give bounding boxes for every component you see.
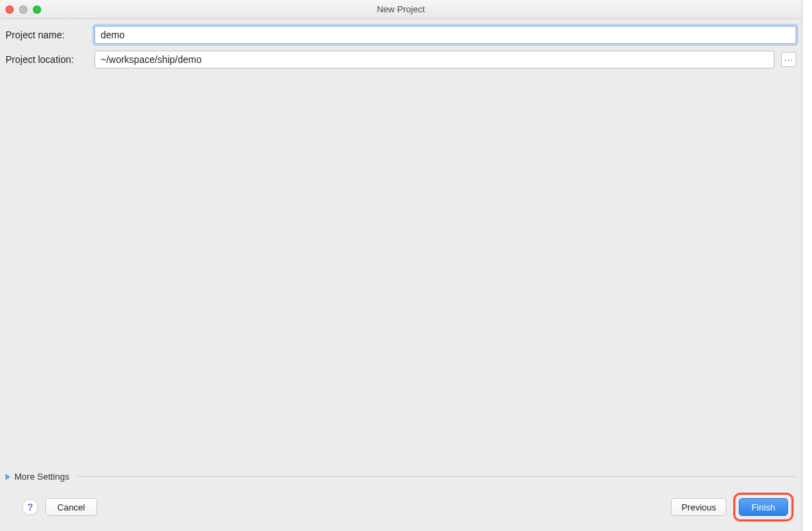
finish-button[interactable]: Finish	[739, 498, 788, 516]
cancel-button[interactable]: Cancel	[45, 498, 97, 516]
more-settings-label: More Settings	[14, 471, 69, 482]
help-button[interactable]: ?	[22, 499, 38, 515]
previous-button[interactable]: Previous	[671, 498, 726, 516]
project-location-row: Project location: ...	[5, 51, 796, 68]
form-area: Project name: Project location: ...	[0, 19, 802, 78]
project-location-input[interactable]	[94, 51, 774, 68]
finish-highlight: Finish	[733, 493, 794, 521]
more-settings-toggle[interactable]: More Settings	[0, 469, 802, 489]
separator-line	[77, 476, 796, 477]
browse-location-button[interactable]: ...	[781, 52, 796, 67]
project-name-row: Project name:	[5, 26, 796, 44]
button-bar: ? Cancel Previous Finish	[0, 489, 802, 531]
chevron-right-icon	[5, 474, 10, 480]
project-name-input[interactable]	[94, 26, 796, 44]
title-bar: New Project	[0, 0, 802, 19]
spacer	[0, 78, 802, 469]
background-window-strip	[802, 0, 812, 531]
minimize-icon	[19, 5, 27, 14]
new-project-dialog: New Project Project name: Project locati…	[0, 0, 802, 531]
window-controls	[5, 5, 41, 14]
project-name-label: Project name:	[5, 29, 88, 40]
close-icon[interactable]	[5, 5, 14, 14]
project-location-label: Project location:	[5, 54, 88, 65]
window-title: New Project	[0, 4, 802, 14]
maximize-icon[interactable]	[33, 5, 41, 14]
